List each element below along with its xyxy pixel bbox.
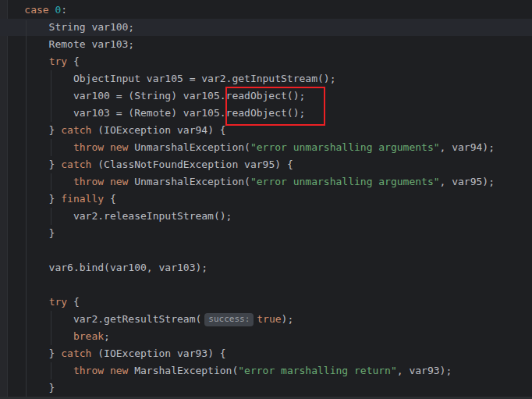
- code-token-plain: Remote var103;: [0, 38, 134, 50]
- code-token-keyword: throw: [73, 141, 104, 153]
- code-token-plain: }: [0, 193, 61, 205]
- code-token-plain: , var95);: [440, 176, 495, 187]
- code-token-plain: [0, 176, 73, 187]
- code-line[interactable]: }: [0, 225, 532, 242]
- code-line[interactable]: } finally {: [0, 191, 532, 208]
- code-token-plain: [0, 141, 73, 153]
- code-line[interactable]: var103 = (Remote) var105.readObject();: [0, 105, 532, 122]
- code-area[interactable]: case 0: String var100; Remote var103; tr…: [0, 2, 532, 397]
- code-token-keyword: catch: [61, 347, 91, 359]
- code-line[interactable]: Remote var103;: [0, 36, 532, 53]
- code-token-plain: {: [67, 55, 80, 67]
- code-token-plain: );: [282, 313, 294, 325]
- code-line[interactable]: [0, 276, 532, 294]
- code-token-keyword: throw: [73, 365, 104, 376]
- code-line[interactable]: throw new MarshalException("error marsha…: [0, 362, 532, 379]
- code-token-plain: String var100;: [0, 21, 134, 33]
- code-token-string: "error unmarshalling arguments": [250, 176, 440, 187]
- code-line[interactable]: } catch (IOException var94) {: [0, 122, 532, 139]
- code-token-plain: [0, 365, 73, 376]
- code-token-plain: var6.bind(var100, var103);: [0, 262, 207, 273]
- code-line[interactable]: }: [0, 379, 532, 397]
- code-editor[interactable]: case 0: String var100; Remote var103; tr…: [0, 0, 532, 399]
- code-token-plain: var103 = (Remote) var105.readObject();: [0, 107, 305, 119]
- code-token-plain: , var94);: [440, 141, 495, 153]
- code-token-plain: var2.releaseInputStream();: [0, 210, 232, 222]
- code-token-keyword: catch: [61, 124, 91, 136]
- code-line[interactable]: } catch (ClassNotFoundException var95) {: [0, 156, 532, 173]
- code-line[interactable]: [0, 242, 532, 259]
- code-token-plain: var100 = (String) var105.readObject();: [0, 90, 305, 102]
- code-line[interactable]: var2.getResultStream(success:true);: [0, 311, 532, 328]
- code-token-plain: UnmarshalException(: [128, 176, 250, 187]
- code-token-keyword: break: [73, 330, 104, 342]
- code-token-string: "error unmarshalling arguments": [250, 141, 440, 153]
- code-token-plain: }: [0, 382, 55, 394]
- code-token-plain: }: [0, 227, 55, 239]
- code-line[interactable]: var100 = (String) var105.readObject();: [0, 87, 532, 105]
- code-line[interactable]: try {: [0, 294, 532, 311]
- code-token-keyword: try: [49, 296, 67, 308]
- code-token-plain: :: [61, 4, 67, 16]
- code-line[interactable]: var2.releaseInputStream();: [0, 208, 532, 225]
- code-token-plain: }: [0, 347, 61, 359]
- code-token-keyword: catch: [61, 159, 91, 170]
- code-token-plain: [0, 330, 73, 342]
- code-token-plain: , var93);: [397, 365, 452, 376]
- code-token-plain: (IOException var94) {: [91, 124, 225, 136]
- code-token-plain: ;: [104, 330, 110, 342]
- code-token-plain: (ClassNotFoundException var95) {: [91, 159, 293, 170]
- code-token-keyword: new: [110, 141, 128, 153]
- code-line[interactable]: var6.bind(var100, var103);: [0, 259, 532, 276]
- code-token-keyword: try: [49, 55, 67, 67]
- code-line[interactable]: throw new UnmarshalException("error unma…: [0, 173, 532, 191]
- code-token-plain: [0, 296, 49, 308]
- code-line[interactable]: throw new UnmarshalException("error unma…: [0, 139, 532, 156]
- code-token-plain: var2.getResultStream(: [0, 313, 201, 325]
- code-token-keyword: new: [110, 365, 128, 376]
- code-token-plain: [104, 365, 110, 376]
- code-token-keyword: throw: [73, 176, 104, 187]
- code-token-keyword: case: [24, 4, 48, 16]
- code-token-plain: MarshalException(: [128, 365, 238, 376]
- code-token-keyword: new: [110, 176, 128, 187]
- code-line[interactable]: } catch (IOException var93) {: [0, 345, 532, 362]
- code-token-plain: {: [104, 193, 116, 205]
- code-token-plain: (IOException var93) {: [91, 347, 225, 359]
- code-line[interactable]: case 0:: [0, 2, 532, 19]
- code-token-plain: UnmarshalException(: [128, 141, 250, 153]
- code-token-keyword: true: [257, 313, 281, 325]
- code-token-plain: }: [0, 124, 61, 136]
- code-line[interactable]: break;: [0, 328, 532, 345]
- code-line[interactable]: ObjectInput var105 = var2.getInputStream…: [0, 70, 532, 87]
- parameter-name-inlay-hint[interactable]: success:: [204, 313, 254, 326]
- code-token-plain: [104, 176, 110, 187]
- code-token-plain: [0, 4, 24, 16]
- code-token-plain: [104, 141, 110, 153]
- code-token-plain: }: [0, 159, 61, 170]
- code-token-plain: {: [67, 296, 80, 308]
- code-token-plain: [0, 55, 49, 67]
- code-token-keyword: finally: [61, 193, 104, 205]
- code-token-plain: ObjectInput var105 = var2.getInputStream…: [0, 73, 335, 84]
- code-token-string: "error marshalling return": [238, 365, 397, 376]
- code-line[interactable]: String var100;: [0, 19, 532, 36]
- code-line[interactable]: try {: [0, 53, 532, 70]
